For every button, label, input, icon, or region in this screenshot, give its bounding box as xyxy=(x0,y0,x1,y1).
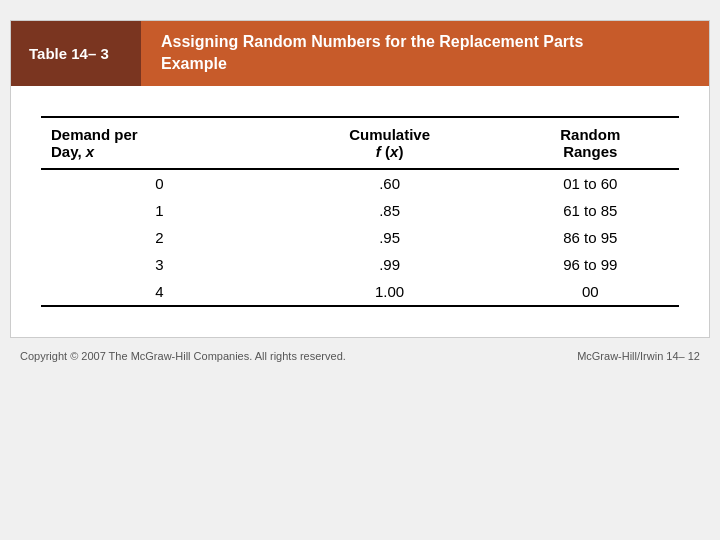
table-title: Assigning Random Numbers for the Replace… xyxy=(141,21,709,86)
col-header-ranges: RandomRanges xyxy=(502,117,680,169)
cell-demand: 3 xyxy=(41,251,278,278)
table-row: 2.9586 to 95 xyxy=(41,224,679,251)
cell-demand: 2 xyxy=(41,224,278,251)
title-text: Assigning Random Numbers for the Replace… xyxy=(161,31,583,76)
cell-demand: 1 xyxy=(41,197,278,224)
table-label: Table 14– 3 xyxy=(11,21,141,86)
copyright-text: Copyright © 2007 The McGraw-Hill Compani… xyxy=(20,350,346,362)
col-header-demand: Demand perDay, x xyxy=(41,117,278,169)
table-row: 0.6001 to 60 xyxy=(41,169,679,197)
col-header-cumulative: Cumulativef (x) xyxy=(278,117,502,169)
cell-cumulative: .99 xyxy=(278,251,502,278)
cell-cumulative: .85 xyxy=(278,197,502,224)
table-row: 3.9996 to 99 xyxy=(41,251,679,278)
cell-ranges: 01 to 60 xyxy=(502,169,680,197)
cell-demand: 4 xyxy=(41,278,278,306)
logo-text: McGraw-Hill/Irwin 14– 12 xyxy=(577,350,700,362)
content-area: Demand perDay, x Cumulativef (x) RandomR… xyxy=(11,86,709,337)
table-row: 41.0000 xyxy=(41,278,679,306)
cell-cumulative: .95 xyxy=(278,224,502,251)
cell-cumulative: .60 xyxy=(278,169,502,197)
table-header-row: Demand perDay, x Cumulativef (x) RandomR… xyxy=(41,117,679,169)
footer: Copyright © 2007 The McGraw-Hill Compani… xyxy=(10,342,710,368)
table-row: 1.8561 to 85 xyxy=(41,197,679,224)
data-table: Demand perDay, x Cumulativef (x) RandomR… xyxy=(41,116,679,307)
header-bar: Table 14– 3 Assigning Random Numbers for… xyxy=(11,21,709,86)
cell-ranges: 96 to 99 xyxy=(502,251,680,278)
cell-cumulative: 1.00 xyxy=(278,278,502,306)
cell-ranges: 86 to 95 xyxy=(502,224,680,251)
cell-ranges: 61 to 85 xyxy=(502,197,680,224)
slide-container: Table 14– 3 Assigning Random Numbers for… xyxy=(10,20,710,338)
cell-demand: 0 xyxy=(41,169,278,197)
cell-ranges: 00 xyxy=(502,278,680,306)
